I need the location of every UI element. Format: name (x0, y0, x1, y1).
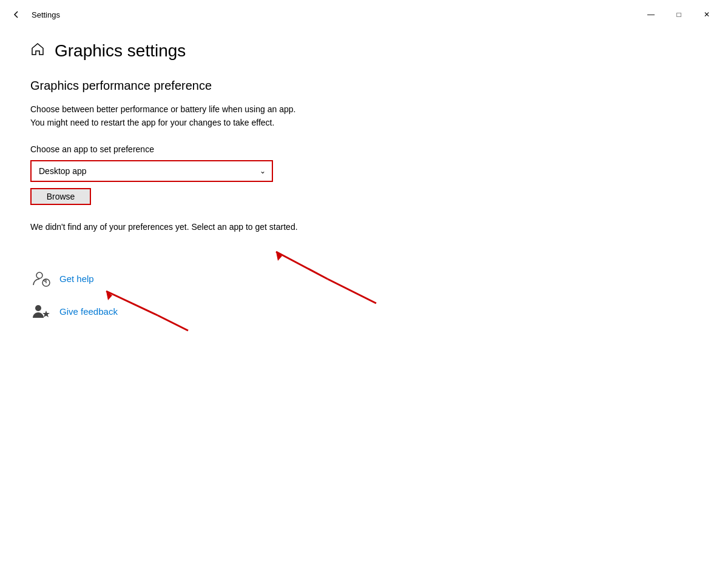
back-button[interactable] (7, 5, 27, 24)
description-line1: Choose between better performance or bat… (30, 103, 698, 116)
give-feedback-item[interactable]: Give feedback (30, 301, 698, 323)
section-title: Graphics performance preference (30, 79, 698, 93)
give-feedback-link[interactable]: Give feedback (59, 306, 118, 317)
dropdown-wrapper: Desktop app Microsoft Store app ⌄ (30, 160, 273, 182)
page-header: Graphics settings (30, 41, 698, 61)
browse-button-wrapper: Browse (30, 182, 698, 205)
get-help-link[interactable]: Get help (59, 274, 94, 284)
get-help-item[interactable]: Get help (30, 268, 698, 290)
maximize-button[interactable]: □ (665, 0, 693, 29)
close-button[interactable]: ✕ (693, 0, 721, 29)
window-title: Settings (32, 10, 637, 19)
get-help-icon (30, 268, 52, 290)
home-icon (30, 42, 45, 60)
footer-links: Get help Give feedback (30, 268, 698, 323)
window-controls: — □ ✕ (637, 0, 721, 29)
svg-point-1 (46, 282, 47, 283)
choose-label: Choose an app to set preference (30, 144, 698, 154)
svg-marker-4 (42, 311, 50, 317)
description-line2: You might need to restart the app for yo… (30, 116, 698, 129)
page-title: Graphics settings (55, 41, 186, 61)
give-feedback-icon (30, 301, 52, 323)
title-bar: Settings — □ ✕ (0, 0, 728, 29)
main-content: Graphics settings Graphics performance p… (0, 29, 728, 352)
minimize-button[interactable]: — (637, 0, 665, 29)
svg-point-0 (36, 272, 42, 278)
no-preferences-text: We didn't find any of your preferences y… (30, 222, 698, 232)
browse-button[interactable]: Browse (30, 188, 91, 205)
app-type-dropdown[interactable]: Desktop app Microsoft Store app (30, 160, 273, 182)
svg-point-3 (35, 305, 41, 311)
description: Choose between better performance or bat… (30, 103, 698, 130)
